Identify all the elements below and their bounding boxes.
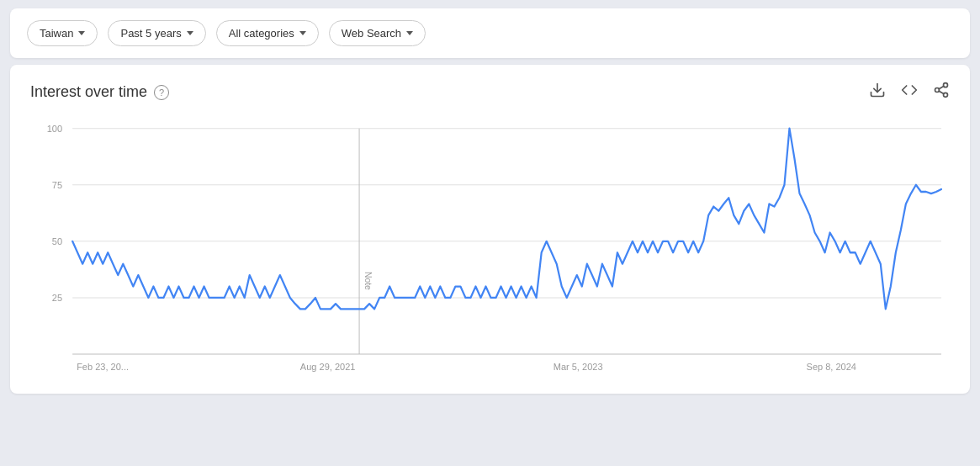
svg-text:Mar 5, 2023: Mar 5, 2023 xyxy=(554,361,603,371)
card-actions xyxy=(869,82,950,103)
time-label: Past 5 years xyxy=(120,27,181,40)
trend-line xyxy=(72,129,941,310)
help-icon[interactable]: ? xyxy=(154,85,169,100)
category-chevron-icon xyxy=(299,31,306,35)
share-icon[interactable] xyxy=(933,82,950,103)
svg-text:Aug 29, 2021: Aug 29, 2021 xyxy=(300,361,356,371)
card-header: Interest over time ? xyxy=(30,82,950,103)
svg-text:Sep 8, 2024: Sep 8, 2024 xyxy=(807,361,856,371)
card-title-area: Interest over time ? xyxy=(30,83,169,101)
svg-text:Feb 23, 20...: Feb 23, 20... xyxy=(77,361,129,371)
svg-text:25: 25 xyxy=(52,293,62,303)
search-type-chevron-icon xyxy=(406,31,413,35)
filter-bar: Taiwan Past 5 years All categories Web S… xyxy=(10,8,970,58)
svg-text:50: 50 xyxy=(52,236,62,246)
interest-over-time-card: Interest over time ? xyxy=(10,65,970,394)
svg-text:Note: Note xyxy=(363,272,373,290)
region-label: Taiwan xyxy=(40,27,73,40)
svg-line-5 xyxy=(939,86,944,88)
card-title: Interest over time xyxy=(30,83,147,101)
svg-line-4 xyxy=(939,91,944,93)
time-chevron-icon xyxy=(187,31,193,35)
category-label: All categories xyxy=(229,27,294,40)
region-chevron-icon xyxy=(78,31,85,35)
time-filter[interactable]: Past 5 years xyxy=(108,20,205,46)
svg-text:75: 75 xyxy=(52,180,62,190)
embed-icon[interactable] xyxy=(901,82,918,103)
svg-text:100: 100 xyxy=(47,124,62,134)
search-type-label: Web Search xyxy=(342,27,401,40)
line-chart: 100 75 50 25 Note Feb 23, 20... Aug 29, … xyxy=(30,111,950,380)
search-type-filter[interactable]: Web Search xyxy=(329,20,426,46)
category-filter[interactable]: All categories xyxy=(216,20,319,46)
chart-container: 100 75 50 25 Note Feb 23, 20... Aug 29, … xyxy=(30,111,950,380)
download-icon[interactable] xyxy=(869,82,886,103)
region-filter[interactable]: Taiwan xyxy=(27,20,98,46)
